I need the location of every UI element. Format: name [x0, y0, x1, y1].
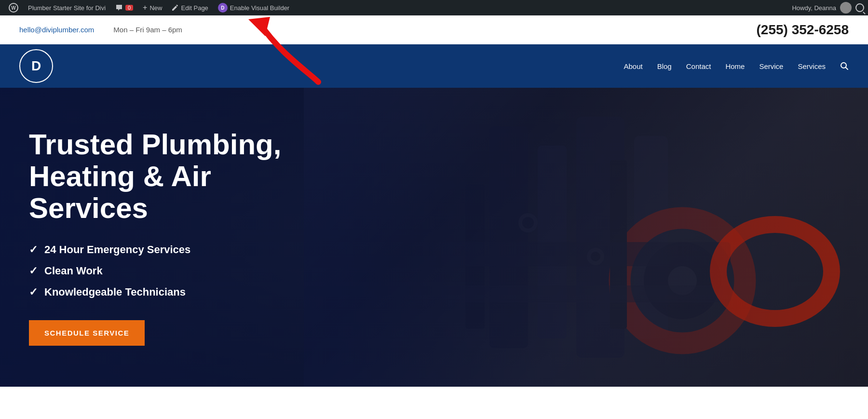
nav-item-home[interactable]: Home: [725, 62, 745, 70]
business-hours: Mon – Fri 9am – 6pm: [113, 26, 182, 34]
new-label: New: [149, 4, 162, 12]
top-info-left: hello@diviplumber.com Mon – Fri 9am – 6p…: [19, 26, 182, 34]
edit-page-item[interactable]: Edit Page: [167, 0, 213, 15]
wp-logo-item[interactable]: W: [4, 0, 23, 15]
nav-item-services[interactable]: Services: [798, 62, 826, 70]
hero-title: Trusted Plumbing, Heating & Air Services: [29, 129, 318, 224]
nav-item-service[interactable]: Service: [759, 62, 783, 70]
admin-bar-left: W Plumber Starter Site for Divi 0 + New …: [4, 0, 792, 15]
divi-icon: D: [218, 3, 228, 13]
wp-logo-icon: W: [9, 3, 18, 13]
edit-icon: [172, 4, 178, 11]
visual-builder-item[interactable]: D Enable Visual Builder: [213, 0, 294, 15]
checkmark-icon-3: ✓: [29, 286, 38, 298]
howdy-text: Howdy, Deanna: [792, 4, 836, 12]
comments-count: 0: [125, 5, 133, 11]
new-plus-icon: +: [143, 3, 147, 12]
nav-search-icon[interactable]: [840, 62, 849, 70]
comments-item[interactable]: 0: [110, 0, 138, 15]
feature-item-1: ✓ 24 Hour Emergency Services: [29, 243, 318, 256]
new-item[interactable]: + New: [138, 0, 167, 15]
checkmark-icon-2: ✓: [29, 265, 38, 277]
svg-line-2: [846, 68, 848, 70]
schedule-service-button[interactable]: SCHEDULE SERVICE: [29, 320, 145, 346]
contact-email[interactable]: hello@diviplumber.com: [19, 26, 94, 34]
site-title: Plumber Starter Site for Divi: [28, 4, 106, 12]
hero-features-list: ✓ 24 Hour Emergency Services ✓ Clean Wor…: [29, 243, 318, 298]
phone-number[interactable]: (255) 352-6258: [757, 22, 849, 38]
feature-text-2: Clean Work: [44, 265, 103, 277]
admin-bar: W Plumber Starter Site for Divi 0 + New …: [0, 0, 868, 15]
site-name-item[interactable]: Plumber Starter Site for Divi: [23, 0, 110, 15]
hero-content: Trusted Plumbing, Heating & Air Services…: [0, 90, 347, 384]
logo-letter: D: [31, 58, 41, 74]
comment-icon: [115, 4, 123, 12]
top-info-bar: hello@diviplumber.com Mon – Fri 9am – 6p…: [0, 15, 868, 44]
hero-section: Trusted Plumbing, Heating & Air Services…: [0, 88, 868, 387]
site-logo[interactable]: D: [19, 49, 53, 83]
admin-bar-right: Howdy, Deanna: [792, 2, 864, 14]
feature-item-3: ✓ Knowledgeable Technicians: [29, 286, 318, 298]
edit-page-label: Edit Page: [181, 4, 208, 12]
nav-item-about[interactable]: About: [624, 62, 642, 70]
nav-item-contact[interactable]: Contact: [686, 62, 711, 70]
nav-item-blog[interactable]: Blog: [657, 62, 672, 70]
admin-avatar: [840, 2, 852, 14]
feature-text-3: Knowledgeable Technicians: [44, 286, 186, 298]
admin-search-icon[interactable]: [855, 3, 864, 12]
nav-header: D About Blog Contact Home Service Servic…: [0, 44, 868, 88]
feature-item-2: ✓ Clean Work: [29, 265, 318, 277]
feature-text-1: 24 Hour Emergency Services: [44, 243, 190, 256]
checkmark-icon-1: ✓: [29, 243, 38, 256]
visual-builder-label: Enable Visual Builder: [230, 4, 289, 12]
main-navigation: About Blog Contact Home Service Services: [624, 62, 849, 70]
